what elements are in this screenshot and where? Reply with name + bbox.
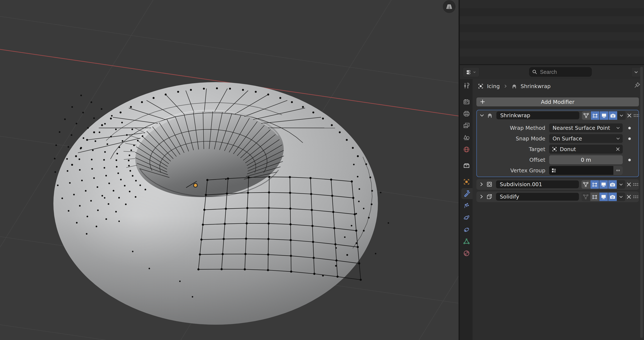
properties-options-button[interactable] <box>631 67 641 77</box>
tab-output[interactable] <box>460 108 472 119</box>
dropdown-value: Nearest Surface Point <box>552 125 610 131</box>
animate-decorator[interactable] <box>628 137 631 140</box>
chevron-down-icon <box>618 194 624 199</box>
tab-object[interactable] <box>460 176 472 187</box>
constraints-icon <box>463 226 470 233</box>
offset-value: 0 m <box>581 157 591 163</box>
expand-button[interactable] <box>478 194 485 200</box>
modifier-extras-button[interactable] <box>617 193 625 201</box>
render-icon <box>463 98 470 105</box>
modifier-header: Shrinkwrap <box>477 110 638 120</box>
toggle-realtime-display[interactable] <box>599 193 608 201</box>
toggle-edit-mode-display[interactable] <box>590 180 599 189</box>
3d-viewport[interactable] <box>0 0 458 340</box>
toggle-edit-mode-display[interactable] <box>591 111 599 120</box>
tab-particles[interactable] <box>460 200 472 211</box>
output-icon <box>463 110 470 117</box>
object-icon <box>552 146 557 152</box>
toggle-vertex-group-filter[interactable] <box>582 193 590 201</box>
vertex-group-filter-icon <box>583 113 589 119</box>
modifier-name-field[interactable]: Solidify <box>496 193 579 201</box>
tab-render[interactable] <box>460 96 472 107</box>
modifier-header: Solidify <box>476 191 639 202</box>
camera-icon <box>610 113 616 119</box>
tab-material[interactable] <box>460 248 472 259</box>
toggle-realtime-display[interactable] <box>600 111 608 120</box>
vertex-group-filter-icon <box>583 181 589 187</box>
tab-collection[interactable] <box>460 160 472 171</box>
toggle-edit-mode-display[interactable] <box>590 193 599 201</box>
mesh-data-icon <box>463 238 470 245</box>
toggle-render-display[interactable] <box>608 180 617 189</box>
field-label: Offset <box>529 157 545 163</box>
monitor-icon <box>601 113 607 119</box>
toggle-vertex-group-filter[interactable] <box>582 111 590 120</box>
drag-handle[interactable] <box>633 114 639 117</box>
tab-world[interactable] <box>460 144 472 155</box>
tab-tool[interactable] <box>460 80 472 91</box>
wrench-icon <box>464 190 471 197</box>
search-input[interactable] <box>540 69 581 75</box>
modifier-name-field[interactable]: Shrinkwrap <box>496 112 579 119</box>
editor-type-selector[interactable] <box>463 67 480 77</box>
toggle-realtime-display[interactable] <box>599 180 608 189</box>
toggle-vertex-group-filter[interactable] <box>582 180 590 189</box>
right-editors: Icing Shrinkwrap Add Modifier Shrinkwrap <box>460 0 644 340</box>
toggle-render-display[interactable] <box>608 193 617 201</box>
tab-object-data[interactable] <box>460 236 472 247</box>
physics-icon <box>463 214 470 221</box>
solidify-icon <box>486 193 493 200</box>
chevron-right-icon <box>478 181 484 187</box>
modifier-name-field[interactable]: Subdivision.001 <box>496 180 579 188</box>
wrap-method-row: Wrap Method Nearest Surface Point <box>477 123 638 133</box>
vertex-group-icon <box>551 168 557 173</box>
tab-view-layer[interactable] <box>460 120 472 131</box>
object-icon <box>463 178 470 185</box>
edit-mode-icon <box>592 194 598 200</box>
snap-mode-row: Snap Mode On Surface <box>477 134 638 143</box>
target-object-field[interactable]: Donut <box>549 145 623 154</box>
breadcrumb-object[interactable]: Icing <box>487 83 500 89</box>
clear-target-button[interactable] <box>615 146 620 152</box>
toggle-render-display[interactable] <box>609 111 617 120</box>
outliner-editor[interactable] <box>460 0 644 64</box>
chevron-right-icon <box>503 84 508 89</box>
chevron-down-icon <box>616 136 620 141</box>
modifier-extras-button[interactable] <box>617 180 625 189</box>
drag-handle[interactable] <box>633 195 639 198</box>
viewport-render <box>0 0 458 340</box>
drag-handle[interactable] <box>633 183 639 186</box>
offset-value-slider[interactable]: 0 m <box>549 155 623 164</box>
particles-icon <box>463 202 470 209</box>
delete-modifier-button[interactable] <box>626 194 632 200</box>
tab-constraints[interactable] <box>460 224 472 235</box>
add-modifier-button[interactable]: Add Modifier <box>476 98 639 106</box>
edit-mode-icon <box>592 181 598 187</box>
expand-button[interactable] <box>478 181 485 188</box>
collapse-button[interactable] <box>479 112 485 119</box>
edit-mode-icon <box>592 113 598 119</box>
delete-modifier-button[interactable] <box>626 181 632 188</box>
invert-vertex-group-button[interactable] <box>613 166 623 175</box>
breadcrumb-modifier[interactable]: Shrinkwrap <box>521 83 551 89</box>
field-label: Wrap Method <box>510 125 545 131</box>
delete-modifier-button[interactable] <box>626 112 632 119</box>
properties-scrollbar[interactable] <box>640 67 643 338</box>
tab-scene[interactable] <box>460 132 472 143</box>
tab-physics[interactable] <box>460 212 472 223</box>
field-label: Vertex Group <box>510 167 545 174</box>
chevron-down-icon <box>616 125 620 130</box>
animate-decorator[interactable] <box>628 127 631 129</box>
modifier-panel-subdivision: Subdivision.001 <box>476 179 639 190</box>
field-label: Target <box>529 146 545 152</box>
animate-decorator[interactable] <box>628 159 631 161</box>
donut-object <box>54 82 379 326</box>
vertex-group-field[interactable] <box>549 166 623 175</box>
tab-modifiers[interactable] <box>461 188 472 199</box>
modifier-extras-button[interactable] <box>617 111 626 120</box>
snap-mode-dropdown[interactable]: On Surface <box>549 134 623 143</box>
pin-icon <box>634 82 640 89</box>
viewport-grid-gizmo-button[interactable] <box>443 0 456 13</box>
wrap-method-dropdown[interactable]: Nearest Surface Point <box>549 123 623 132</box>
properties-search[interactable] <box>529 67 592 77</box>
